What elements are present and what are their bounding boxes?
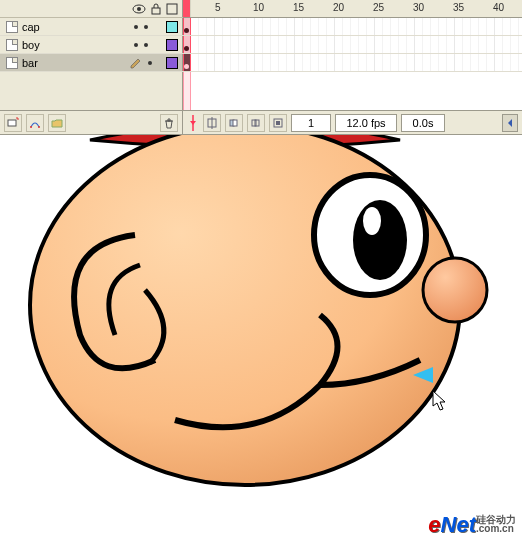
layer-name-cell[interactable]: boy [0, 36, 120, 53]
keyframe-icon[interactable] [184, 64, 189, 69]
svg-marker-8 [190, 121, 196, 125]
svg-marker-17 [508, 119, 512, 127]
playhead-icon[interactable] [187, 115, 199, 131]
svg-point-19 [423, 258, 487, 322]
layer-name: boy [22, 39, 40, 51]
ruler-tick: 10 [253, 2, 264, 13]
ruler-tick: 40 [493, 2, 504, 13]
add-guide-button[interactable] [26, 114, 44, 132]
layer-header: 5 10 15 20 25 30 35 40 [0, 0, 522, 18]
ruler-tick: 15 [293, 2, 304, 13]
layer-name: bar [22, 57, 38, 69]
svg-rect-2 [152, 8, 160, 14]
keyframe-icon[interactable] [184, 46, 189, 51]
watermark-e: e [428, 512, 440, 537]
add-folder-button[interactable] [48, 114, 66, 132]
frame-ruler[interactable]: 5 10 15 20 25 30 35 40 [183, 0, 522, 18]
drawing [0, 135, 522, 542]
svg-point-6 [38, 126, 40, 128]
onion-skin-button[interactable] [225, 114, 243, 132]
svg-point-5 [30, 126, 32, 128]
svg-point-1 [137, 7, 141, 11]
layer-row-bar[interactable]: bar [0, 54, 522, 72]
svg-rect-12 [233, 120, 237, 126]
fps-readout[interactable]: 12.0 fps [335, 114, 397, 132]
frame-track[interactable] [183, 18, 522, 35]
insert-layer-button[interactable] [4, 114, 22, 132]
layer-type-icon [6, 57, 18, 69]
layer-header-controls [0, 0, 183, 17]
svg-point-22 [363, 207, 381, 235]
watermark: eNet硅谷动力.com.cn [428, 512, 516, 538]
svg-marker-23 [413, 367, 433, 383]
layer-color-swatch[interactable] [162, 18, 183, 35]
frame-track[interactable] [183, 36, 522, 53]
timeline-status-bar: 1 12.0 fps 0.0s [0, 110, 522, 134]
layer-type-icon [6, 21, 18, 33]
layer-flags[interactable] [120, 54, 162, 71]
mouse-cursor-icon [432, 390, 450, 412]
outline-icon[interactable] [166, 3, 178, 15]
center-frame-button[interactable] [203, 114, 221, 132]
layer-type-icon [6, 39, 18, 51]
delete-layer-button[interactable] [160, 114, 178, 132]
lock-icon[interactable] [150, 3, 162, 15]
timeline-panel: 5 10 15 20 25 30 35 40 cap [0, 0, 522, 135]
layer-name-cell[interactable]: bar [0, 54, 120, 71]
edit-multiple-button[interactable] [269, 114, 287, 132]
onion-outline-button[interactable] [247, 114, 265, 132]
scroll-left-button[interactable] [502, 114, 518, 132]
svg-rect-16 [276, 121, 280, 125]
frame-track[interactable] [183, 54, 522, 71]
keyframe-icon[interactable] [184, 28, 189, 33]
stage-canvas[interactable]: eNet硅谷动力.com.cn [0, 135, 522, 542]
layer-empty-area [0, 72, 522, 110]
svg-rect-3 [167, 4, 177, 14]
layer-name-cell[interactable]: cap [0, 18, 120, 35]
ruler-tick: 5 [215, 2, 221, 13]
eye-icon[interactable] [132, 3, 146, 15]
svg-point-21 [353, 200, 407, 280]
layer-flags[interactable] [120, 36, 162, 53]
ruler-tick: 30 [413, 2, 424, 13]
layer-flags[interactable] [120, 18, 162, 35]
layer-row-cap[interactable]: cap [0, 18, 522, 36]
svg-rect-4 [8, 120, 16, 126]
ruler-tick: 20 [333, 2, 344, 13]
pencil-icon [130, 57, 142, 69]
layer-color-swatch[interactable] [162, 36, 183, 53]
ruler-tick: 25 [373, 2, 384, 13]
playhead-column[interactable] [183, 0, 191, 17]
ruler-tick: 35 [453, 2, 464, 13]
elapsed-time-readout: 0.0s [401, 114, 445, 132]
layer-name: cap [22, 21, 40, 33]
layer-row-boy[interactable]: boy [0, 36, 522, 54]
current-frame-readout[interactable]: 1 [291, 114, 331, 132]
watermark-net: Net [441, 512, 476, 537]
layer-list: cap boy [0, 18, 522, 72]
selection-handle[interactable] [411, 363, 435, 387]
layer-color-swatch[interactable] [162, 54, 183, 71]
